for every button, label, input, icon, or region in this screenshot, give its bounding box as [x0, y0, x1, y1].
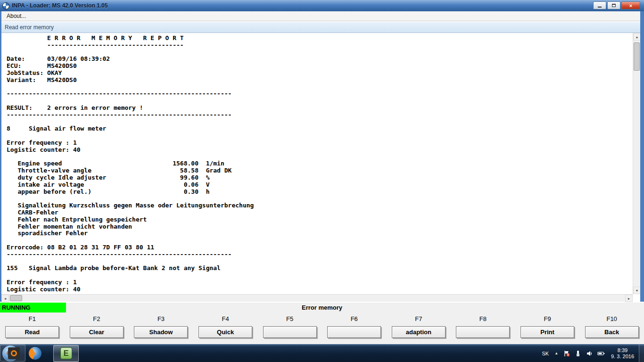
fkey-button-shadow[interactable]: Shadow: [134, 326, 188, 338]
report-line: [7, 49, 633, 56]
battery-icon[interactable]: [595, 350, 607, 357]
mode-label: Error memory: [0, 303, 644, 313]
function-key-panel: F1ReadF2ClearF3ShadowF4QuickF5F6F7adapti…: [0, 313, 644, 344]
report-line: duty cycle Idle adjuster 99.60 %: [7, 174, 633, 181]
report-line: Error frequency : 1: [7, 140, 633, 147]
report-line: 8 Signal air flow meter: [7, 125, 633, 132]
maximize-icon: [612, 4, 616, 7]
minimize-button[interactable]: [593, 1, 606, 9]
show-desktop-button[interactable]: [639, 345, 644, 362]
report-line: Errorcode: 08 B2 01 28 31 7D FF 03 80 11: [7, 244, 633, 251]
vertical-scrollbar[interactable]: ▲ ▼: [633, 33, 640, 294]
close-button[interactable]: ×: [621, 1, 640, 9]
window-title: INPA - Loader: MS 42.0 Version 1.05: [12, 2, 107, 9]
language-indicator[interactable]: SK: [539, 351, 552, 356]
ediabas-icon: E: [60, 347, 72, 359]
fkey-label-f3: F3: [129, 315, 193, 322]
taskbar-item-ediabas[interactable]: E: [53, 345, 79, 362]
report-line: sporadischer Fehler: [7, 230, 633, 237]
taskbar-clock[interactable]: 8:39 9. 3. 2016: [607, 347, 639, 360]
scroll-right-button[interactable]: ►: [625, 295, 633, 302]
inpa-window: INPA - Loader: MS 42.0 Version 1.05 × Ab…: [0, 0, 644, 362]
window-border-left: [0, 11, 1, 302]
report-line: [7, 272, 633, 279]
report-line: ----------------------------------------…: [7, 90, 633, 98]
fkey-column-f10: F10Back: [579, 313, 644, 344]
error-memory-report: E R R O R M E M O R Y R E P O R T ------…: [1, 33, 633, 294]
fkey-button-back[interactable]: Back: [585, 326, 639, 338]
report-line: Fehler nach Entprellung gespeichert: [7, 216, 633, 223]
horizontal-scrollbar[interactable]: ◄ ►: [1, 294, 633, 302]
clock-time: 8:39: [611, 347, 634, 354]
clock-date: 9. 3. 2016: [611, 354, 634, 360]
bmw-roundel-icon: [2, 2, 9, 9]
scroll-left-button[interactable]: ◄: [1, 295, 9, 302]
fkey-column-f9: F9Print: [515, 313, 580, 344]
report-line: Signalleitung Kurzschluss gegen Masse od…: [7, 202, 633, 209]
scroll-down-button[interactable]: ▼: [633, 287, 641, 294]
child-window-caption: Read error memory: [0, 22, 644, 33]
report-line: [7, 98, 633, 105]
fkey-column-f3: F3Shadow: [129, 313, 193, 344]
report-line: [7, 154, 633, 161]
report-line: intake air voltage 0.06 V: [7, 181, 633, 189]
report-line: E R R O R M E M O R Y R E P O R T: [7, 35, 633, 42]
vertical-scroll-thumb[interactable]: [634, 42, 640, 71]
report-line: Fehler momentan nicht vorhanden: [7, 223, 633, 230]
system-tray: SK ▲ 8:39 9. 3. 2016: [539, 345, 644, 362]
report-line: appear before (rel.) 0.30 h: [7, 189, 633, 196]
report-line: CARB-Fehler: [7, 209, 633, 216]
fkey-column-f4: F4Quick: [193, 313, 258, 344]
status-bar: Error memory RUNNING: [0, 303, 644, 313]
fkey-column-f1: F1Read: [0, 313, 65, 344]
report-line: 155 Signal Lambda probe before-Kat Bank …: [7, 265, 633, 272]
fkey-button-f5[interactable]: [263, 326, 317, 338]
fkey-label-f10: F10: [579, 315, 644, 322]
report-line: Engine speed 1568.00 1/min: [7, 160, 633, 167]
window-controls: ×: [593, 1, 640, 9]
volume-icon[interactable]: [584, 350, 595, 357]
fkey-button-read[interactable]: Read: [5, 326, 59, 338]
fkey-column-f5: F5: [257, 313, 322, 344]
report-line: [7, 119, 633, 126]
taskbar: E SK ▲ 8:39 9. 3. 2016: [0, 344, 644, 362]
fkey-label-f8: F8: [451, 315, 515, 322]
report-line: [7, 195, 633, 202]
usb-device-icon[interactable]: [572, 350, 584, 357]
title-bar[interactable]: INPA - Loader: MS 42.0 Version 1.05 ×: [0, 0, 644, 11]
fkey-button-f8[interactable]: [456, 326, 510, 338]
maximize-button[interactable]: [607, 1, 620, 9]
scroll-up-button[interactable]: ▲: [633, 33, 641, 41]
report-line: [7, 237, 633, 244]
report-line: ECU: MS420DS0: [7, 63, 633, 70]
action-center-flag-icon[interactable]: [561, 350, 572, 357]
fkey-button-f6[interactable]: [327, 326, 381, 338]
horizontal-scroll-thumb[interactable]: [10, 295, 22, 301]
report-line: -------------------------------------: [7, 42, 633, 49]
fkey-column-f2: F2Clear: [65, 313, 129, 344]
fkey-label-f5: F5: [257, 315, 322, 322]
report-line: [7, 132, 633, 140]
fkey-label-f2: F2: [65, 315, 129, 322]
report-line: Variant: MS420DS0: [7, 77, 633, 84]
window-border-right: [640, 11, 644, 302]
tray-expand-icon[interactable]: ▲: [552, 351, 561, 355]
fkey-column-f6: F6: [322, 313, 387, 344]
taskbar-item-inpa[interactable]: [0, 345, 25, 362]
report-line: Error frequency : 1: [7, 279, 633, 286]
fkey-label-f9: F9: [515, 315, 580, 322]
fkey-button-print[interactable]: Print: [520, 326, 574, 338]
report-line: [7, 84, 633, 91]
running-status-badge: RUNNING: [0, 303, 66, 313]
fkey-column-f7: F7adaption: [387, 313, 451, 344]
fkey-label-f6: F6: [322, 315, 387, 322]
fkey-button-quick[interactable]: Quick: [198, 326, 252, 338]
taskbar-item-firefox[interactable]: [22, 345, 48, 362]
report-line: Throttle-valve angle 58.58 Grad DK: [7, 167, 633, 174]
fkey-label-f1: F1: [0, 315, 65, 322]
report-line: Date: 03/09/16 08:39:02: [7, 56, 633, 63]
menu-item-about[interactable]: About...: [5, 13, 28, 19]
fkey-button-clear[interactable]: Clear: [70, 326, 124, 338]
menu-bar: About...: [0, 11, 644, 21]
fkey-button-adaption[interactable]: adaption: [392, 326, 446, 338]
